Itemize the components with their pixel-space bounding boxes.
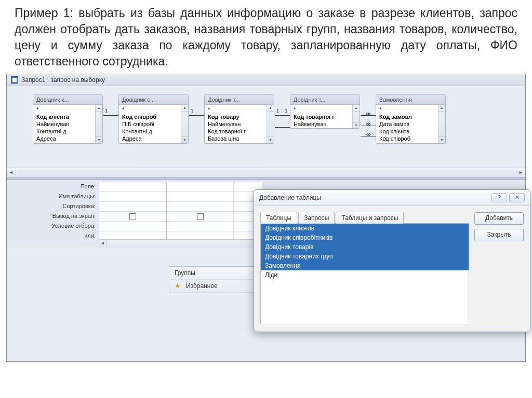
window-titlebar: Запрос1 : запрос на выборку — [7, 74, 525, 86]
field[interactable]: Код товарної г — [290, 113, 360, 120]
diagram-hscrollbar[interactable]: ◄ ► — [7, 168, 525, 177]
list-item[interactable]: Довідник товарних груп — [261, 252, 469, 261]
field[interactable]: Код замовл — [376, 113, 445, 120]
field[interactable]: Код співроб — [119, 113, 188, 120]
grid-hscrollbar[interactable]: ◄ ► — [99, 239, 263, 248]
grid-cell[interactable] — [99, 202, 166, 212]
query-icon — [11, 76, 18, 84]
add-table-dialog[interactable]: Добавление таблицы ? ✕ Таблицы Запросы Т… — [254, 189, 530, 332]
field[interactable]: Дата замов — [376, 120, 445, 128]
nav-favorites[interactable]: ★ Избранное — [169, 280, 257, 293]
tab-queries[interactable]: Запросы — [298, 212, 335, 224]
table-scrollbar[interactable] — [352, 105, 360, 129]
scroll-left-icon[interactable]: ◄ — [99, 240, 107, 248]
table-title: Довідник т... — [205, 95, 274, 105]
grid-label-criteria: Условие отбора: — [7, 222, 99, 231]
grid-label-field: Поле: — [7, 182, 99, 192]
field[interactable]: Код товару — [205, 113, 274, 120]
grid-column[interactable] — [99, 182, 166, 248]
field-all[interactable]: * — [290, 106, 360, 113]
list-item[interactable]: Довідник клієнтів — [261, 224, 469, 233]
field-all[interactable]: * — [205, 106, 274, 113]
table-title: Замовлення — [376, 95, 445, 105]
field-all[interactable]: * — [119, 106, 188, 113]
field[interactable]: Код співроб — [376, 135, 445, 142]
field-all[interactable]: * — [376, 106, 445, 113]
relation-many: ∞ — [366, 120, 370, 128]
table-employees[interactable]: Довідник с... * Код співроб ПІБ співробі… — [118, 94, 189, 144]
tab-tables[interactable]: Таблицы — [260, 212, 297, 224]
list-item[interactable]: Довідник товарів — [261, 242, 469, 252]
grid-label-table: Имя таблицы: — [7, 192, 99, 202]
field[interactable]: Адреса — [119, 135, 188, 142]
dialog-close-button[interactable]: ✕ — [509, 193, 525, 202]
grid-cell[interactable] — [99, 222, 166, 231]
table-scrollbar[interactable] — [181, 105, 188, 143]
table-scrollbar[interactable] — [267, 105, 274, 143]
add-button[interactable]: Добавить — [474, 212, 524, 225]
scroll-left-icon[interactable]: ◄ — [7, 168, 16, 177]
relation-line — [189, 115, 204, 116]
tables-diagram-pane[interactable]: Довідник к... * Код клієнта Найменуван К… — [7, 86, 525, 177]
dialog-tabs: Таблицы Запросы Таблицы и запросы — [260, 211, 469, 223]
dialog-body: Таблицы Запросы Таблицы и запросы Довідн… — [254, 206, 530, 332]
table-title: Довідник т... — [290, 95, 360, 105]
field[interactable]: Код клієнта — [33, 113, 102, 120]
dialog-help-button[interactable]: ? — [491, 193, 507, 202]
relation-one: 1 — [276, 108, 280, 114]
table-scrollbar[interactable] — [438, 105, 445, 143]
screenshot-frame: Запрос1 : запрос на выборку Довідник к..… — [6, 74, 526, 362]
dialog-titlebar[interactable]: Добавление таблицы ? ✕ — [254, 190, 530, 206]
nav-favorites-label: Избранное — [186, 282, 218, 290]
grid-row-labels: Поле: Имя таблицы: Сортировка: Вывод на … — [7, 180, 99, 248]
window-title: Запрос1 : запрос на выборку — [21, 76, 105, 84]
grid-cell[interactable] — [167, 192, 234, 202]
grid-cell[interactable] — [167, 222, 234, 231]
nav-groups-label: Группы — [175, 269, 195, 277]
grid-cell[interactable] — [167, 182, 234, 192]
relation-many: ∞ — [366, 110, 370, 117]
tab-both[interactable]: Таблицы и запросы — [336, 212, 404, 224]
relation-one: 1 — [285, 108, 288, 114]
field[interactable]: Контактні д — [119, 128, 188, 135]
grid-label-sort: Сортировка: — [7, 202, 99, 212]
nav-groups[interactable]: Группы — [169, 267, 257, 280]
field[interactable]: ПІБ співробі — [119, 120, 188, 128]
grid-cell[interactable] — [99, 192, 166, 202]
list-item[interactable]: Ліди — [261, 270, 469, 280]
relation-one: 1 — [105, 108, 108, 114]
field[interactable]: Контактні д — [33, 128, 102, 135]
star-icon: ★ — [175, 282, 182, 290]
list-item[interactable]: Замовлення — [261, 261, 469, 270]
field[interactable]: Код товарної г — [205, 128, 274, 135]
grid-column[interactable] — [166, 182, 234, 248]
tables-listbox[interactable]: Довідник клієнтів Довідник співробітникі… — [260, 223, 469, 324]
grid-cell[interactable] — [167, 202, 234, 212]
field[interactable]: Базова ціна — [205, 135, 274, 142]
table-orders[interactable]: Замовлення * Код замовл Дата замов Код к… — [376, 94, 446, 144]
relation-one: 1 — [191, 108, 194, 114]
field[interactable]: Код клієнта — [376, 128, 445, 135]
example-description: Пример 1: выбрать из базы данных информа… — [0, 0, 532, 74]
field[interactable]: Найменуван — [290, 120, 360, 128]
close-button[interactable]: Закрыть — [474, 229, 524, 241]
table-clients[interactable]: Довідник к... * Код клієнта Найменуван К… — [33, 94, 103, 144]
table-products[interactable]: Довідник т... * Код товару Найменуван Ко… — [204, 94, 274, 144]
relation-line — [275, 115, 290, 116]
grid-label-show: Вывод на экран: — [7, 212, 99, 222]
grid-cell[interactable] — [99, 182, 166, 192]
field[interactable]: Найменуван — [205, 120, 274, 128]
field-all[interactable]: * — [33, 106, 102, 113]
field[interactable]: Найменуван — [33, 120, 102, 128]
scroll-right-icon[interactable]: ► — [516, 168, 525, 177]
diagram-canvas: Довідник к... * Код клієнта Найменуван К… — [22, 94, 521, 167]
table-scrollbar[interactable] — [95, 105, 102, 143]
table-product-groups[interactable]: Довідник т... * Код товарної г Найменува… — [290, 94, 360, 129]
grid-show-checkbox[interactable] — [99, 212, 166, 222]
grid-show-checkbox[interactable] — [167, 212, 234, 222]
dialog-title: Добавление таблицы — [259, 194, 321, 201]
field[interactable]: Адреса — [33, 135, 102, 142]
list-item[interactable]: Довідник співробітників — [261, 233, 469, 242]
table-title: Довідник с... — [119, 95, 188, 105]
grid-label-or: или: — [7, 231, 99, 241]
